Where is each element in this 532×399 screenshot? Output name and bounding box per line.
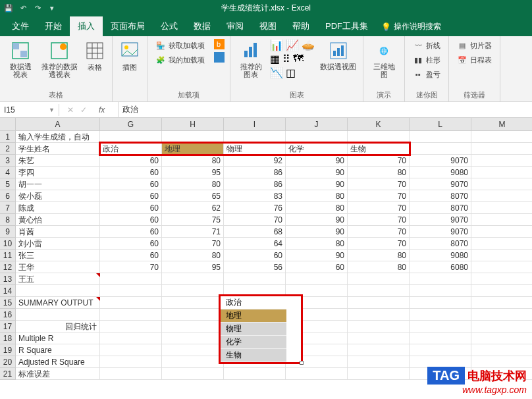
cell[interactable] [471,250,532,261]
cell[interactable]: 胡一一 [16,178,100,190]
cell[interactable] [16,285,100,297]
cell[interactable] [471,167,532,178]
cell[interactable] [100,344,162,356]
cell[interactable]: 64 [224,238,286,250]
tab-pdf[interactable]: PDF工具集 [317,16,376,36]
cell[interactable]: 肖茜 [16,226,100,238]
row-header[interactable]: 18 [0,332,16,344]
cell[interactable]: 80 [162,178,224,190]
cell[interactable] [100,131,162,143]
cell[interactable] [100,309,162,321]
cell[interactable] [162,297,224,309]
column-header[interactable]: G [100,118,162,131]
cell[interactable] [348,368,410,380]
cell[interactable]: 83 [224,190,286,202]
cell[interactable] [224,131,286,143]
cell[interactable] [410,309,471,321]
cell[interactable] [410,285,471,297]
cell[interactable]: 王华 [16,261,100,273]
cell[interactable]: 70 [348,202,410,214]
cell[interactable] [16,309,100,321]
cell[interactable] [162,344,224,356]
ribbon-options-icon[interactable] [506,0,532,16]
cell[interactable] [348,285,410,297]
cell[interactable] [100,356,162,368]
cell[interactable]: 80 [348,261,410,273]
row-header[interactable]: 12 [0,261,16,273]
cell[interactable]: 物理 [224,143,286,155]
fill-handle[interactable] [300,361,304,365]
cell[interactable] [286,273,348,285]
cell[interactable] [471,178,532,190]
map-chart-icon[interactable]: 🗺 [293,53,304,65]
qat-dropdown-icon[interactable]: ▾ [46,3,58,14]
cell[interactable]: 70 [348,238,410,250]
cancel-icon[interactable]: ✕ [67,105,74,115]
cell[interactable]: 60 [100,250,162,261]
cell[interactable] [348,321,410,332]
cell[interactable] [471,332,532,344]
tab-help[interactable]: 帮助 [284,16,317,36]
cell[interactable]: 70 [162,238,224,250]
cell[interactable] [100,273,162,285]
cell[interactable]: 95 [162,261,224,273]
cell[interactable] [471,261,532,273]
cell[interactable]: 政治 [100,143,162,155]
name-box-dropdown-icon[interactable]: ▼ [49,107,55,113]
cell[interactable]: 95 [162,167,224,178]
cell[interactable] [410,143,471,155]
cell[interactable]: 60 [100,155,162,167]
cell[interactable]: 71 [162,226,224,238]
tab-view[interactable]: 视图 [252,16,284,36]
row-header[interactable]: 11 [0,250,16,261]
cell[interactable] [471,202,532,214]
cell[interactable] [162,368,224,380]
row-header[interactable]: 14 [0,285,16,297]
winloss-sparkline-button[interactable]: ▪▪盈亏 [410,68,443,81]
cell[interactable]: 侯小磊 [16,190,100,202]
pivot-chart-button[interactable]: 数据透视图 [319,39,358,72]
stock-chart-icon[interactable]: 📉 [270,66,283,79]
row-header[interactable]: 4 [0,167,16,178]
name-box[interactable]: I15 ▼ [0,104,59,116]
slicer-button[interactable]: ▤切片器 [454,39,494,52]
formula-input[interactable]: 政治 [119,103,532,117]
cell[interactable]: 60 [100,238,162,250]
cell[interactable]: 朱艺 [16,155,100,167]
cell[interactable] [162,309,224,321]
cell[interactable]: 70 [348,190,410,202]
pivot-table-button[interactable]: 数据透视表 [5,39,36,80]
cell[interactable]: 90 [286,167,348,178]
cell[interactable] [348,273,410,285]
cell[interactable] [162,285,224,297]
recommended-charts-button[interactable]: 推荐的图表 [236,39,266,80]
paste-item[interactable]: 政治 [221,296,286,309]
row-header[interactable]: 5 [0,178,16,190]
column-header[interactable]: M [471,118,532,131]
cell[interactable]: 60 [100,226,162,238]
select-all-corner[interactable] [0,118,16,131]
column-header[interactable]: K [348,118,410,131]
row-header[interactable]: 15 [0,297,16,309]
paste-item[interactable]: 生物 [221,349,286,362]
cell[interactable] [162,273,224,285]
tab-insert[interactable]: 插入 [70,16,103,36]
recommended-pivot-button[interactable]: 推荐的数据透视表 [40,39,79,80]
cell[interactable]: 李四 [16,167,100,178]
cell[interactable]: 90 [286,178,348,190]
column-header[interactable]: L [410,118,471,131]
cell[interactable]: 86 [224,167,286,178]
cell[interactable] [162,321,224,332]
column-header[interactable]: J [286,118,348,131]
cell[interactable]: 9070 [410,226,471,238]
cell[interactable] [471,226,532,238]
row-header[interactable]: 19 [0,344,16,356]
pie-chart-icon[interactable]: 🥧 [302,39,315,51]
cell[interactable] [100,368,162,380]
cell[interactable]: 60 [100,190,162,202]
row-header[interactable]: 13 [0,273,16,285]
bing-icon[interactable]: b [214,39,225,49]
paste-item[interactable]: 化学 [221,336,286,349]
tab-review[interactable]: 审阅 [219,16,252,36]
cell[interactable]: 学生姓名 [16,143,100,155]
